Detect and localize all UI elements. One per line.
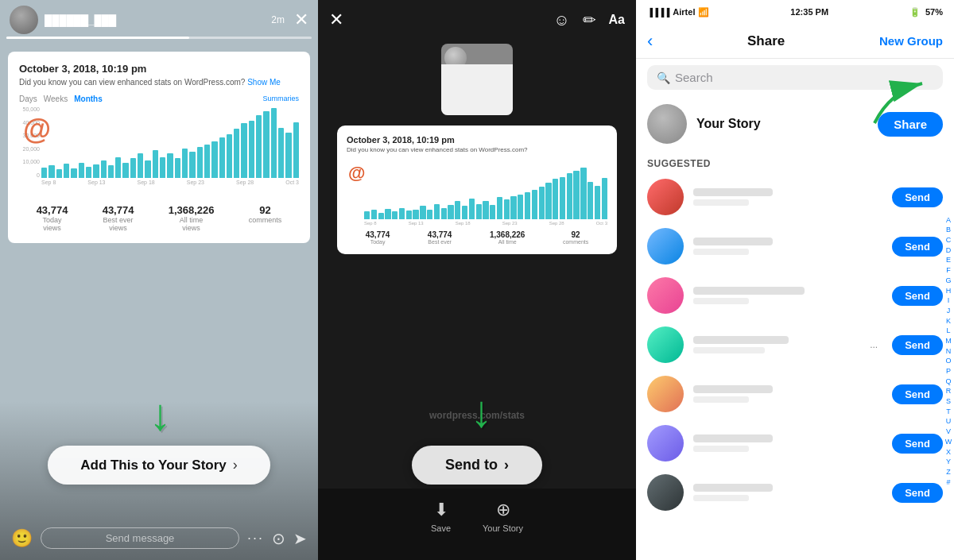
contact-name-6 [693, 434, 773, 442]
bar [71, 168, 76, 178]
panel3-battery-icon: 🔋 [909, 7, 921, 17]
bar [392, 211, 398, 219]
bar [504, 199, 510, 219]
bar [175, 158, 180, 178]
panel2-draw-icon[interactable]: ✏ [583, 10, 596, 29]
panel3-battery-pct: 57% [925, 7, 943, 17]
panel1-summaries-link[interactable]: Summaries [262, 95, 299, 102]
bar [490, 205, 495, 219]
panel3-battery-area: 🔋 57% [909, 7, 943, 17]
panel1-x-labels: Sep 8Sep 13Sep 18Sep 23Sep 28Oct 3 [19, 180, 299, 185]
bar [48, 165, 54, 178]
panel1-add-story-button[interactable]: Add This to Your Story › [48, 446, 270, 485]
panel1-stat-alltime: 1,368,226 All time views [169, 204, 215, 232]
contact-send-button-2[interactable]: Send [892, 237, 943, 257]
panel2-close-icon[interactable]: ✕ [329, 10, 343, 30]
panel1-camera-icon[interactable]: ⊙ [272, 529, 285, 548]
bar [518, 195, 523, 219]
contact-send-button-1[interactable]: Send [892, 187, 943, 207]
contact-row-2: Send [636, 222, 954, 271]
contact-info-7 [693, 484, 882, 501]
contact-info-4 [693, 336, 860, 353]
contact-row-5: Send [636, 369, 954, 419]
panel2-x-labels: Sep 8Sep 13Sep 18Sep 23Sep 28Oct 3 [347, 221, 607, 226]
bar [420, 206, 425, 219]
panel1-send-icon[interactable]: ➤ [293, 529, 307, 548]
panel3-new-group-button[interactable]: New Group [879, 34, 943, 48]
panel1-username: ██████_███ [45, 14, 266, 26]
panel3-search-icon: 🔍 [657, 71, 670, 84]
panel2-instagram-story-share: ✕ ☺ ✏ Aa October 3, 2018, 10:19 pm Did y… [318, 0, 636, 560]
contact-avatar-5 [647, 376, 684, 412]
panel2-story-preview [441, 44, 513, 115]
panel1-at-icon: @ [23, 113, 51, 146]
panel1-instagram-story: ██████_███ 2m ✕ October 3, 2018, 10:19 p… [0, 0, 318, 560]
panel3-time: 12:35 PM [790, 7, 828, 17]
bar [182, 149, 188, 178]
bar [580, 168, 586, 219]
panel2-stat-best: 43,774 Best ever [428, 230, 452, 245]
bar [378, 213, 384, 219]
panel1-message-input[interactable]: Send message [41, 527, 239, 549]
contact-send-button-5[interactable]: Send [892, 384, 943, 404]
panel1-stats-row: 43,774 Today views 43,774 Best ever view… [19, 204, 299, 232]
panel2-chart: @ [347, 160, 607, 219]
bar [130, 158, 136, 178]
bar [211, 141, 217, 178]
panel2-send-button[interactable]: Send to › [412, 446, 542, 485]
panel3-share-screen: ▐▐▐▐ Airtel 📶 12:35 PM 🔋 57% ‹ Share New… [636, 0, 954, 560]
contact-sub-5 [693, 396, 749, 403]
contact-row-1: Send [636, 172, 954, 222]
bar [197, 147, 203, 178]
panel2-sticker-icon[interactable]: ☺ [553, 11, 569, 29]
panel1-stats-card: October 3, 2018, 10:19 pm Did you know y… [8, 52, 310, 243]
contact-sub-6 [693, 446, 749, 452]
panel2-top-bar: ✕ ☺ ✏ Aa [318, 0, 636, 40]
contact-row-7: Send [636, 468, 954, 517]
panel2-stats-card: October 3, 2018, 10:19 pm Did you know y… [337, 126, 617, 254]
contact-sub-2 [693, 249, 749, 255]
bar [249, 121, 254, 178]
panel1-emoji-icon[interactable]: 🙂 [11, 528, 33, 549]
bar [108, 165, 114, 178]
contact-send-button-3[interactable]: Send [892, 286, 943, 306]
bar [545, 183, 551, 219]
panel1-time: 2m [271, 14, 285, 25]
bar [293, 122, 299, 178]
panel2-footer: ⬇ Save ⊕ Your Story [318, 489, 636, 560]
bar [285, 133, 291, 178]
bar [86, 167, 91, 178]
bar [434, 204, 440, 219]
panel3-green-arrow [843, 68, 938, 131]
panel1-add-story-arrow-icon: › [233, 457, 238, 473]
bar [525, 192, 530, 219]
panel1-more-icon[interactable]: ··· [247, 530, 264, 546]
panel1-stat-comments: 92 comments [249, 204, 282, 232]
bar [219, 137, 225, 178]
contact-name-1 [693, 188, 773, 196]
panel3-suggested-label: SUGGESTED [636, 152, 954, 172]
bar [271, 108, 277, 178]
contact-send-button-7[interactable]: Send [892, 483, 943, 503]
panel2-card-date: October 3, 2018, 10:19 pm [347, 135, 607, 145]
bar [189, 152, 195, 178]
bar [145, 160, 150, 178]
panel2-your-story-label: Your Story [483, 523, 523, 533]
panel3-back-button[interactable]: ‹ [647, 31, 653, 52]
panel2-your-story-action[interactable]: ⊕ Your Story [483, 500, 523, 533]
contact-avatar-2 [647, 228, 684, 265]
contact-sub-7 [693, 495, 749, 501]
panel2-save-action[interactable]: ⬇ Save [431, 500, 451, 533]
bar [560, 177, 565, 219]
panel1-progress-fill [6, 37, 189, 39]
contact-send-button-4[interactable]: Send [892, 335, 943, 355]
panel1-close-icon[interactable]: ✕ [294, 10, 308, 30]
panel2-text-icon[interactable]: Aa [609, 13, 625, 27]
contact-sub-4 [693, 347, 765, 353]
bar [93, 164, 99, 178]
panel1-stat-best: 43,774 Best ever views [103, 204, 134, 232]
bar [469, 199, 475, 219]
bar [602, 178, 607, 219]
contact-send-button-6[interactable]: Send [892, 434, 943, 454]
bar [101, 160, 107, 178]
